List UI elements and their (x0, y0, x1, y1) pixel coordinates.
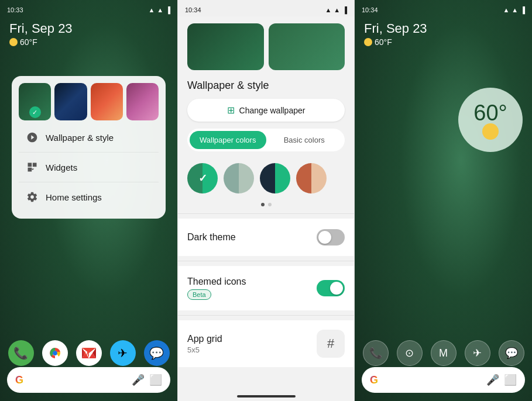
battery-icon: ▐ (166, 6, 170, 13)
menu-item-home-settings[interactable]: Home settings (19, 182, 159, 212)
wallpaper-thumb-1[interactable] (19, 83, 51, 120)
right-battery-icon: ▐ (520, 6, 525, 13)
menu-item-widgets[interactable]: Widgets (19, 153, 159, 182)
app-grid-sub: 5x5 (187, 345, 222, 354)
right-signal-icon: ▲ (512, 6, 518, 13)
change-wallpaper-button[interactable]: ⊞ Change wallpaper (187, 99, 345, 122)
right-date-weather: Fri, Sep 23 60°F (364, 21, 427, 47)
dark-theme-label: Dark theme (187, 232, 236, 243)
mic-icon[interactable]: 🎤 (132, 374, 145, 386)
dock-phone-icon[interactable]: 📞 (8, 340, 34, 366)
context-menu: Wallpaper & style Widgets Home settings (19, 123, 159, 212)
beta-badge: Beta (187, 289, 211, 300)
divider-3 (178, 315, 354, 316)
right-dock-chrome[interactable]: ⊙ (397, 340, 423, 366)
mid-statusbar: 10:34 ▲ ▲ ▐ (178, 0, 354, 16)
home-indicator[interactable] (237, 395, 296, 397)
left-weather: 60°F (9, 37, 73, 47)
page-dots (178, 200, 354, 211)
change-wallpaper-icon: ⊞ (227, 105, 235, 116)
weather-widget: 60° (458, 88, 523, 152)
mid-content: Wallpaper & style ⊞ Change wallpaper Wal… (178, 16, 354, 401)
themed-icons-toggle[interactable] (317, 280, 345, 296)
left-status-icons: ▲ ▲ ▐ (148, 6, 170, 13)
signal-icon: ▲ (157, 6, 163, 13)
dock-chrome-icon[interactable] (42, 340, 68, 366)
right-status-icons: ▲ ▲ ▐ (503, 6, 525, 13)
wallpaper-selector-card: Wallpaper & style Widgets Home settings (12, 76, 166, 219)
dot-1 (261, 203, 265, 206)
themed-icons-label: Themed icons (187, 276, 246, 287)
wallpaper-preview-1[interactable] (187, 23, 264, 70)
right-lens-icon[interactable]: ⬜ (504, 374, 517, 386)
middle-panel: 10:34 ▲ ▲ ▐ Wallpaper & style ⊞ Change w… (177, 0, 355, 401)
svg-point-0 (53, 351, 57, 355)
right-mic-icon[interactable]: 🎤 (486, 374, 499, 386)
tab-wallpaper-colors[interactable]: Wallpaper colors (190, 131, 266, 149)
weather-icon (9, 38, 18, 46)
weather-sun-icon (482, 123, 499, 140)
right-time: 10:34 (362, 6, 378, 13)
divider-1 (178, 213, 354, 214)
right-dock-phone[interactable]: 📞 (363, 340, 389, 366)
widget-temperature: 60° (473, 101, 507, 126)
app-grid-label: App grid (187, 334, 222, 344)
dock-messages-icon[interactable]: 💬 (144, 340, 170, 366)
page-title: Wallpaper & style (178, 75, 354, 94)
divider-2 (178, 261, 354, 261)
wallpaper-thumb-2[interactable] (54, 83, 87, 120)
right-dock-telegram[interactable]: ✈ (465, 340, 490, 366)
right-search-bar[interactable]: G 🎤 ⬜ (362, 367, 525, 393)
color-swatch-3[interactable] (260, 163, 290, 193)
dark-theme-toggle-thumb (318, 231, 331, 244)
dot-2 (268, 203, 272, 206)
svg-text:M: M (83, 350, 90, 358)
dock-gmail-icon[interactable]: M (76, 340, 102, 366)
mid-signal-icon: ▲ (334, 6, 340, 13)
color-swatch-4[interactable] (296, 163, 327, 193)
left-dock: 📞 M ✈ 💬 (0, 340, 177, 366)
right-dock-messages[interactable]: 💬 (499, 340, 524, 366)
wifi-icon: ▲ (148, 6, 155, 13)
menu-item-wallpaper[interactable]: Wallpaper & style (19, 123, 159, 153)
right-dock-gmail[interactable]: M (431, 340, 457, 366)
right-date: Fri, Sep 23 (364, 21, 427, 36)
tab-basic-colors[interactable]: Basic colors (266, 131, 343, 149)
left-date: Fri, Sep 23 (9, 21, 73, 36)
wallpaper-thumb-4[interactable] (126, 83, 159, 120)
right-weather: 60°F (364, 37, 427, 47)
wallpaper-preview-2[interactable] (269, 23, 345, 70)
dock-telegram-icon[interactable]: ✈ (110, 340, 136, 366)
mid-wifi-icon: ▲ (325, 6, 331, 13)
change-wallpaper-label: Change wallpaper (239, 106, 306, 115)
right-temperature: 60°F (375, 37, 392, 47)
widgets-menu-icon (26, 161, 39, 174)
menu-label-home-settings: Home settings (46, 192, 102, 202)
left-time: 10:33 (7, 6, 23, 13)
app-grid-row: App grid 5x5 # (178, 320, 354, 367)
color-toggle-tabs: Wallpaper colors Basic colors (187, 129, 345, 151)
wallpaper-thumbs (19, 83, 159, 120)
mid-status-icons: ▲ ▲ ▐ (325, 6, 347, 13)
left-search-bar[interactable]: G 🎤 ⬜ (7, 367, 170, 393)
app-grid-icon[interactable]: # (317, 330, 345, 358)
dark-theme-toggle[interactable] (317, 229, 345, 246)
themed-icons-label-group: Themed icons Beta (187, 276, 246, 300)
left-temperature: 60°F (20, 37, 37, 47)
dark-theme-label-group: Dark theme (187, 232, 236, 243)
left-date-weather: Fri, Sep 23 60°F (9, 21, 73, 47)
wallpaper-thumb-3[interactable] (91, 83, 123, 120)
left-statusbar: 10:33 ▲ ▲ ▐ (0, 0, 177, 16)
google-logo: G (15, 374, 23, 386)
wallpaper-menu-icon (26, 131, 39, 144)
color-swatch-1[interactable] (187, 163, 218, 193)
color-swatches (178, 158, 354, 200)
color-swatch-2[interactable] (224, 163, 254, 193)
dark-theme-row: Dark theme (178, 219, 354, 256)
mid-time: 10:34 (185, 6, 201, 13)
wallpaper-preview-section (178, 16, 354, 75)
lens-icon[interactable]: ⬜ (149, 374, 162, 386)
right-dock: 📞 ⊙ M ✈ 💬 (355, 340, 532, 366)
right-panel: 10:34 ▲ ▲ ▐ Fri, Sep 23 60°F 60° 📞 ⊙ M ✈… (355, 0, 532, 401)
themed-icons-row: Themed icons Beta (178, 266, 354, 310)
